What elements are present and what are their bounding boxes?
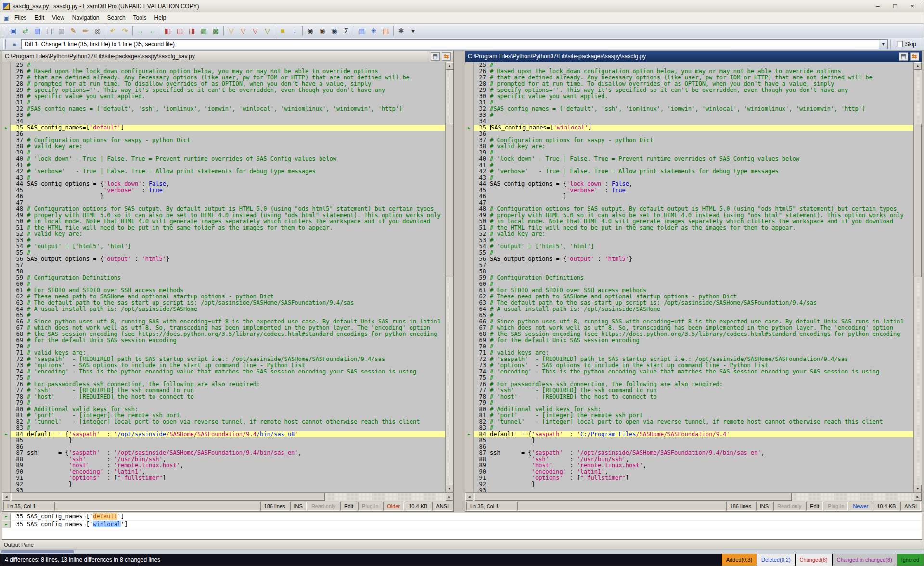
- scroll-right-icon[interactable]: ►: [914, 493, 922, 501]
- code-line-75[interactable]: 75#: [2, 375, 445, 381]
- right-hscroll-track[interactable]: [473, 493, 914, 501]
- compare-icon[interactable]: ▣: [7, 26, 19, 36]
- code-line-52[interactable]: 52# valid key are:: [2, 231, 445, 237]
- code-line-28[interactable]: 28# prompted for at run time. To disallo…: [465, 81, 913, 87]
- code-line-25[interactable]: 25#: [465, 62, 913, 68]
- code-line-76[interactable]: 76# For passwordless ssh connection, the…: [465, 381, 913, 387]
- maximize-button[interactable]: □: [886, 1, 904, 11]
- code-line-38[interactable]: 38# valid key are:: [465, 143, 913, 150]
- code-line-71[interactable]: 71# valid keys are:: [2, 350, 445, 356]
- print-preview-icon[interactable]: ▥: [55, 26, 67, 36]
- code-line-93[interactable]: 93: [2, 488, 445, 492]
- code-line-72[interactable]: 72# 'saspath' - [REQUIRED] path to SAS s…: [2, 356, 445, 362]
- code-line-87[interactable]: 87ssh = {'saspath' : '/opt/sasinside/SAS…: [465, 450, 913, 456]
- diff-detail-row-2[interactable]: ►35SAS_config_names=['winlocal']: [2, 521, 922, 528]
- code-line-78[interactable]: 78# 'host' - [REQUIRED] the host to conn…: [2, 394, 445, 400]
- code-line-34[interactable]: 34: [2, 118, 445, 125]
- code-line-79[interactable]: 79#: [465, 400, 913, 406]
- code-line-46[interactable]: 46 }: [2, 193, 445, 200]
- code-line-67[interactable]: 67# which does not work well as utf-8. S…: [2, 325, 445, 331]
- code-line-84[interactable]: ►84default = {'saspath' : '/opt/sasinsid…: [2, 431, 445, 437]
- code-line-92[interactable]: 92 }: [2, 481, 445, 488]
- code-line-27[interactable]: 27# that are defined already. Any necess…: [465, 75, 913, 81]
- code-line-50[interactable]: 50# in local mode. Note that HTML 4.0 wi…: [465, 219, 913, 225]
- sessions-icon[interactable]: ▤: [380, 26, 392, 36]
- code-line-46[interactable]: 46 }: [465, 193, 913, 200]
- code-line-27[interactable]: 27# that are defined already. Any necess…: [2, 75, 445, 81]
- code-line-64[interactable]: 64# A usual install path is: /opt/sasins…: [2, 306, 445, 312]
- menu-edit[interactable]: Edit: [30, 13, 48, 23]
- code-line-81[interactable]: 81# 'port' - [integer] the remote ssh po…: [465, 412, 913, 419]
- code-line-65[interactable]: 65#: [465, 312, 913, 319]
- options-icon[interactable]: ✱: [395, 26, 407, 36]
- diffbar-grip[interactable]: [3, 39, 6, 49]
- edit-left-file-icon[interactable]: ✎: [67, 26, 79, 36]
- code-line-75[interactable]: 75#: [465, 375, 913, 381]
- code-line-50[interactable]: 50# in local mode. Note that HTML 4.0 wi…: [2, 219, 445, 225]
- code-line-80[interactable]: 80# Additional valid keys for ssh:: [465, 406, 913, 412]
- code-line-68[interactable]: 68# the SAS session encoding (see https:…: [465, 331, 913, 337]
- right-vscroll-track[interactable]: [914, 70, 922, 485]
- code-line-86[interactable]: 86: [2, 444, 445, 450]
- code-line-77[interactable]: 77# 'ssh' - [REQUIRED] the ssh command t…: [465, 387, 913, 394]
- code-line-86[interactable]: 86: [465, 444, 913, 450]
- code-line-89[interactable]: 89 'host' : 'remote.linux.host',: [465, 463, 913, 469]
- code-line-90[interactable]: 90 'encoding' : 'latin1',: [465, 469, 913, 475]
- diff-list-icon[interactable]: ≡: [10, 41, 19, 48]
- right-pane-header[interactable]: C:\Program Files\Python\Python37\Lib\sit…: [465, 51, 922, 62]
- right-horizontal-scrollbar[interactable]: ◄ ►: [465, 492, 922, 501]
- close-button[interactable]: ×: [904, 1, 921, 11]
- code-line-72[interactable]: 72# 'saspath' - [REQUIRED] path to SAS s…: [465, 356, 913, 362]
- code-line-53[interactable]: 53#: [2, 237, 445, 244]
- code-line-56[interactable]: 56SAS_output_options = {'output' : 'html…: [465, 256, 913, 262]
- show-left-pane-icon[interactable]: ◧: [162, 26, 174, 36]
- find-prev-icon[interactable]: ◉: [328, 26, 340, 36]
- right-hscroll-thumb[interactable]: [474, 493, 792, 501]
- menu-view[interactable]: View: [48, 13, 68, 23]
- search-icon[interactable]: ◎: [91, 26, 103, 36]
- code-line-61[interactable]: 61# For STDIO and STDIO over SSH access …: [2, 287, 445, 294]
- filter-custom-icon[interactable]: ▽: [249, 26, 261, 36]
- code-line-79[interactable]: 79#: [2, 400, 445, 406]
- code-line-90[interactable]: 90 'encoding' : 'latin1',: [2, 469, 445, 475]
- goto-line-icon[interactable]: ↓: [289, 26, 301, 36]
- code-line-31[interactable]: 31#: [2, 100, 445, 106]
- left-horizontal-scrollbar[interactable]: ◄ ►: [2, 492, 453, 501]
- code-line-83[interactable]: 83#: [465, 425, 913, 431]
- undo-icon[interactable]: ↶: [107, 26, 119, 36]
- scroll-down-icon[interactable]: ▼: [446, 485, 453, 492]
- code-line-40[interactable]: 40# 'lock_down' - True | False. True = P…: [465, 156, 913, 162]
- code-line-73[interactable]: 73# 'options' - SAS options to include i…: [465, 362, 913, 369]
- code-line-54[interactable]: 54# 'output' = ['html5', 'html']: [2, 244, 445, 250]
- code-line-63[interactable]: 63# The default path to the sas start up…: [2, 300, 445, 306]
- code-line-85[interactable]: 85 }: [465, 437, 913, 444]
- code-line-41[interactable]: 41#: [465, 162, 913, 168]
- code-line-28[interactable]: 28# prompted for at run time. To disallo…: [2, 81, 445, 87]
- scroll-up-icon[interactable]: ▲: [446, 62, 453, 70]
- code-line-55[interactable]: 55#: [2, 250, 445, 256]
- code-line-34[interactable]: 34: [465, 118, 913, 125]
- code-line-80[interactable]: 80# Additional valid keys for ssh:: [2, 406, 445, 412]
- code-line-30[interactable]: 30# specific value you want applied.: [465, 93, 913, 100]
- pane-splitter[interactable]: [454, 51, 465, 512]
- left-code-area[interactable]: 25#26# Based upon the lock_down configur…: [2, 62, 445, 492]
- left-vscroll-track[interactable]: [446, 70, 453, 485]
- left-hscroll-track[interactable]: [10, 493, 446, 501]
- code-line-69[interactable]: 69# for the default Unix SAS session enc…: [465, 337, 913, 344]
- filter-options-icon[interactable]: ▽: [261, 26, 273, 36]
- code-line-43[interactable]: 43#: [465, 175, 913, 181]
- code-line-60[interactable]: 60#: [465, 281, 913, 287]
- code-line-57[interactable]: 57: [2, 262, 445, 269]
- code-line-81[interactable]: 81# 'port' - [integer] the remote ssh po…: [2, 412, 445, 419]
- map-icon[interactable]: ▩: [210, 26, 222, 36]
- show-both-panes-icon[interactable]: ◫: [174, 26, 186, 36]
- pane-menu-icon[interactable]: ▤: [431, 52, 440, 61]
- code-line-59[interactable]: 59# Configuration Definitions: [465, 275, 913, 281]
- code-line-64[interactable]: 64# A usual install path is: /opt/sasins…: [465, 306, 913, 312]
- code-line-70[interactable]: 70#: [2, 344, 445, 350]
- code-line-92[interactable]: 92 }: [465, 481, 913, 488]
- code-line-51[interactable]: 51# the HTML file will need to be put in…: [2, 225, 445, 231]
- code-line-29[interactable]: 29# specify options=''. This way it's sp…: [2, 87, 445, 93]
- code-line-73[interactable]: 73# 'options' - SAS options to include i…: [2, 362, 445, 369]
- left-vertical-scrollbar[interactable]: ▲ ▼: [445, 62, 453, 492]
